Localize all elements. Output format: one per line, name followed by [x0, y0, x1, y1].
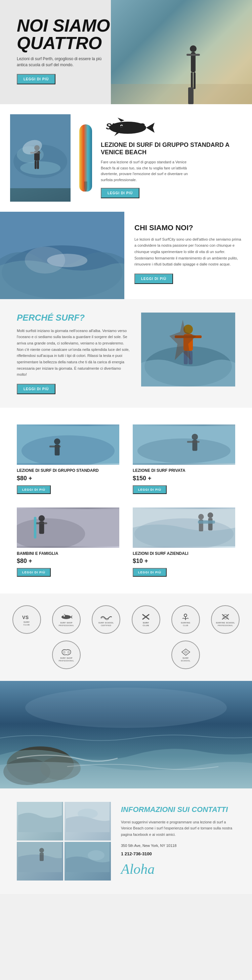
surfing-brand-logo: SURFING	[101, 118, 242, 139]
surfing-section: SURFING LEZIONE DI SURF DI GRUPPO STANDA…	[0, 104, 252, 212]
contact-img-4	[65, 842, 111, 881]
svg-point-24	[47, 254, 87, 267]
svg-point-62	[184, 614, 187, 617]
svg-rect-36	[49, 445, 60, 448]
perche-title: PERCHÉ SURF?	[17, 313, 131, 323]
price-card-1: LEZIONE DI SURF DI GRUPPO STANDARD $80 +…	[10, 418, 126, 501]
logo-badge-2: SURF SHOP PROFESSIONAL	[52, 605, 81, 634]
logo-badge-3: SURF SCHOOL CERTIFIED	[92, 605, 120, 634]
contact-phone: 1 212-736-3100	[121, 851, 235, 856]
svg-point-70	[67, 651, 70, 654]
surfboard-display	[77, 114, 94, 202]
contact-address: 350 5th Ave, New York, NY 10118	[121, 843, 235, 849]
svg-point-44	[39, 515, 45, 521]
svg-rect-29	[175, 336, 201, 338]
hero-cta-button[interactable]: LEGGI DI PIÙ	[17, 74, 55, 84]
svg-point-52	[208, 512, 213, 518]
prices-section: LEZIONE DI SURF DI GRUPPO STANDARD $80 +…	[0, 408, 252, 593]
logo-badge-8: SURF SCHOOL	[171, 641, 200, 669]
price-img-3	[17, 508, 119, 548]
contact-description: Vorrei suggerirvi vivamente e programmar…	[121, 819, 235, 838]
contact-content: INFORMAZIONI SUI CONTATTI Vorrei suggeri…	[121, 802, 235, 881]
perche-cta-button[interactable]: LEGGI DI PIÙ	[17, 384, 55, 394]
chisiamo-description: Le lezioni di surf SurfCity sono uno del…	[135, 236, 242, 267]
hero-section: NOI SIAMO QUATTRO Lezioni di surf Perth,…	[0, 0, 252, 104]
perche-description: Molti surfisti iniziano la giornata nell…	[17, 328, 131, 378]
perche-right-image	[141, 313, 235, 387]
price-label-3: BAMBINI E FAMIGLIA	[17, 551, 119, 557]
svg-point-85	[88, 850, 105, 861]
price-btn-3[interactable]: LEGGI DI PIÙ	[17, 568, 51, 577]
svg-point-27	[184, 325, 193, 334]
svg-rect-12	[30, 152, 40, 154]
svg-point-10	[34, 145, 40, 151]
ocean-section	[0, 681, 252, 788]
svg-point-74	[25, 687, 227, 728]
surfing-description: Fare una lezione di surf di gruppo stand…	[101, 159, 188, 183]
svg-rect-13	[35, 161, 36, 169]
price-amount-1: $80 +	[17, 475, 119, 482]
svg-point-59	[63, 616, 65, 617]
price-img-4	[133, 508, 235, 548]
svg-point-80	[78, 808, 98, 819]
price-btn-2[interactable]: LEGGI DI PIÙ	[133, 485, 166, 494]
chisiamo-content: CHI SIAMO NOI? Le lezioni di surf SurfCi…	[124, 212, 252, 299]
svg-point-50	[198, 514, 204, 520]
price-btn-4[interactable]: LEGGI DI PIÙ	[133, 568, 166, 577]
perche-section: PERCHÉ SURF? Molti surfisti iniziano la …	[0, 299, 252, 408]
logo-badge-6: SURFING SCHOOL PROFESSIONAL	[211, 605, 239, 634]
price-btn-1[interactable]: LEGGI DI PIÙ	[17, 485, 51, 494]
aloha-signature: Aloha	[121, 861, 235, 877]
contact-images-grid	[17, 802, 111, 881]
price-card-2: LEZIONE DI SURF PRIVATA $150 + LEGGI DI …	[126, 418, 242, 501]
hero-subtitle: Lezioni di surf Perth, orgoglioso di ess…	[17, 56, 104, 68]
contact-title: INFORMAZIONI SUI CONTATTI	[121, 805, 235, 814]
surfing-cta-button[interactable]: LEGGI DI PIÙ	[101, 188, 139, 198]
contact-img-2	[65, 802, 111, 840]
svg-rect-54	[198, 520, 215, 523]
svg-point-69	[63, 651, 65, 654]
contact-img-1	[17, 802, 63, 840]
svg-rect-14	[37, 161, 39, 169]
svg-text:SURFING: SURFING	[106, 121, 145, 131]
chisiamo-cta-button[interactable]: LEGGI DI PIÙ	[135, 274, 173, 284]
svg-line-64	[182, 618, 183, 619]
hero-title: NOI SIAMO QUATTRO	[17, 17, 124, 52]
surfing-heading: LEZIONE DI SURF DI GRUPPO STANDARD A VEN…	[101, 142, 242, 156]
svg-rect-53	[208, 518, 213, 530]
contact-section: INFORMAZIONI SUI CONTATTI Vorrei suggeri…	[0, 788, 252, 894]
logo-badge-5: SURFING CLUB	[171, 605, 200, 634]
svg-line-65	[188, 618, 189, 619]
logo-badge-7: SURF SHOP PROFESSIONAL	[52, 641, 81, 669]
svg-point-34	[54, 439, 60, 445]
svg-rect-46	[35, 522, 47, 524]
logos-section: VS SURF CLUB SURF SHOP PROFESSIONAL SURF…	[0, 593, 252, 681]
price-amount-3: $80 +	[17, 558, 119, 565]
logo-badge-4: SURF CLUB	[132, 605, 160, 634]
price-card-3: BAMBINI E FAMIGLIA $80 + LEGGI DI PIÙ	[10, 501, 126, 584]
svg-marker-72	[184, 650, 188, 654]
price-label-4: LEZIONI DI SURF AZIENDALI	[133, 551, 235, 557]
chisiamo-title: CHI SIAMO NOI?	[135, 223, 242, 232]
svg-marker-58	[63, 614, 65, 615]
svg-marker-57	[71, 615, 72, 619]
price-card-4: LEZIONI DI SURF AZIENDALI $10 + LEGGI DI…	[126, 501, 242, 584]
svg-point-38	[138, 439, 230, 463]
svg-point-9	[20, 161, 60, 175]
svg-rect-83	[40, 853, 44, 861]
price-label-2: LEZIONE DI SURF PRIVATA	[133, 468, 235, 474]
price-label-1: LEZIONE DI SURF DI GRUPPO STANDARD	[17, 468, 119, 474]
surfing-left-image	[10, 114, 71, 202]
logo-badge-1: VS SURF CLUB	[13, 605, 41, 634]
svg-point-39	[192, 434, 198, 440]
svg-marker-16	[146, 123, 155, 133]
surfboard-shape	[79, 124, 92, 192]
perche-left-content: PERCHÉ SURF? Molti surfisti iniziano la …	[17, 313, 131, 395]
svg-rect-28	[184, 334, 193, 351]
price-amount-2: $150 +	[133, 475, 235, 482]
price-img-1	[17, 425, 119, 465]
svg-rect-41	[187, 441, 200, 443]
svg-rect-30	[184, 351, 188, 364]
price-amount-4: $10 +	[133, 558, 235, 565]
svg-rect-47	[34, 517, 36, 538]
